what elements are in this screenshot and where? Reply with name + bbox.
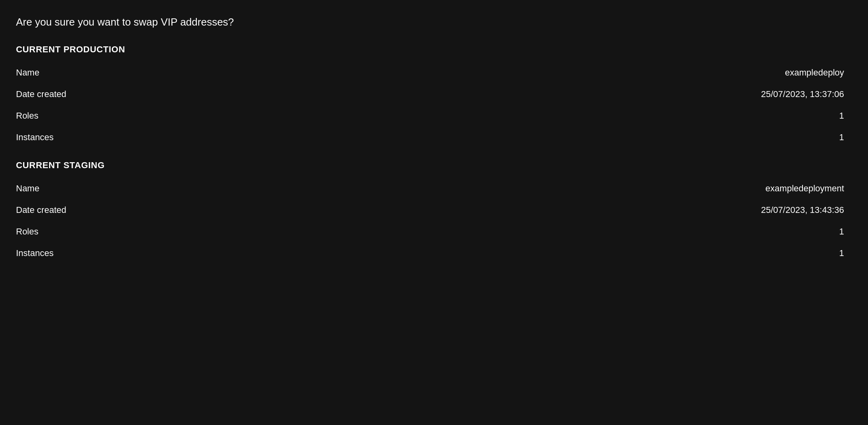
dialog-question: Are you sure you want to swap VIP addres… [16,16,852,28]
production-roles-value: 1 [839,111,852,121]
current-production-section: CURRENT PRODUCTION Name exampledeploy Da… [16,44,852,148]
staging-name-row: Name exampledeployment [16,178,852,199]
production-name-value: exampledeploy [785,68,852,78]
staging-instances-label: Instances [16,248,96,258]
production-roles-row: Roles 1 [16,105,852,127]
staging-roles-label: Roles [16,226,96,237]
current-staging-title: CURRENT STAGING [16,160,852,171]
production-name-row: Name exampledeploy [16,62,852,83]
production-date-value: 25/07/2023, 13:37:06 [761,89,852,99]
production-instances-row: Instances 1 [16,127,852,148]
production-name-label: Name [16,68,96,78]
production-roles-label: Roles [16,111,96,121]
staging-date-value: 25/07/2023, 13:43:36 [761,205,852,215]
production-instances-label: Instances [16,132,96,143]
production-date-row: Date created 25/07/2023, 13:37:06 [16,83,852,105]
staging-date-row: Date created 25/07/2023, 13:43:36 [16,199,852,221]
staging-name-label: Name [16,183,96,194]
current-production-title: CURRENT PRODUCTION [16,44,852,55]
dialog-container: Are you sure you want to swap VIP addres… [16,16,852,264]
production-date-label: Date created [16,89,96,99]
staging-date-label: Date created [16,205,96,215]
staging-roles-value: 1 [839,226,852,237]
production-instances-value: 1 [839,132,852,143]
current-staging-section: CURRENT STAGING Name exampledeployment D… [16,160,852,264]
staging-instances-value: 1 [839,248,852,258]
staging-name-value: exampledeployment [765,183,852,194]
staging-roles-row: Roles 1 [16,221,852,242]
staging-instances-row: Instances 1 [16,242,852,264]
